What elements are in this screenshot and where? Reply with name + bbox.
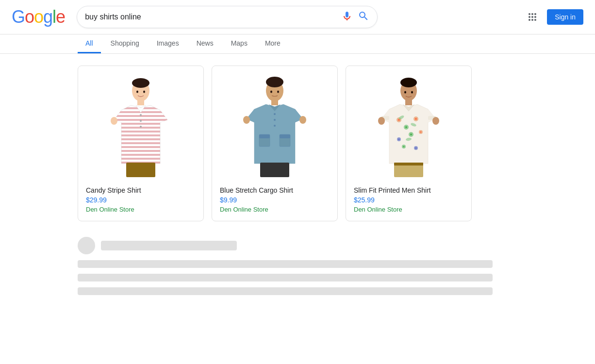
product-image-3 xyxy=(354,74,463,181)
product-3-price: $25.99 xyxy=(354,196,463,204)
sign-in-button[interactable]: Sign in xyxy=(547,9,583,25)
svg-point-6 xyxy=(140,120,142,122)
svg-point-13 xyxy=(266,77,283,87)
search-icons xyxy=(341,10,369,24)
svg-point-20 xyxy=(274,119,276,121)
tab-more[interactable]: More xyxy=(257,34,288,53)
svg-rect-17 xyxy=(259,134,270,138)
product-1-price: $29.99 xyxy=(86,196,196,204)
svg-point-25 xyxy=(270,91,272,93)
tab-images[interactable]: Images xyxy=(149,34,187,53)
svg-point-22 xyxy=(243,116,250,124)
skeleton-title xyxy=(101,241,237,250)
search-input[interactable]: buy shirts online xyxy=(85,13,335,21)
svg-point-7 xyxy=(140,126,142,128)
svg-point-55 xyxy=(404,91,406,94)
mic-icon[interactable] xyxy=(341,10,353,24)
svg-rect-24 xyxy=(260,163,289,177)
svg-point-51 xyxy=(378,117,385,125)
product-image-1 xyxy=(86,74,196,181)
header: G o o g l e buy shirts online xyxy=(0,0,595,34)
search-bar[interactable]: buy shirts online xyxy=(77,6,378,28)
svg-point-10 xyxy=(136,91,138,93)
svg-point-33 xyxy=(405,126,407,128)
svg-point-21 xyxy=(274,125,276,127)
svg-point-26 xyxy=(277,91,279,93)
svg-point-43 xyxy=(403,146,405,148)
skeleton-loading xyxy=(78,237,517,295)
header-right: Sign in xyxy=(524,8,583,26)
tab-all[interactable]: All xyxy=(78,34,101,53)
tab-shopping[interactable]: Shopping xyxy=(103,34,147,53)
logo-o1: o xyxy=(25,7,34,27)
printed-shirt-svg xyxy=(375,76,443,178)
product-card-3[interactable]: Slim Fit Printed Men Shirt $25.99 Den On… xyxy=(346,66,472,221)
product-1-store: Den Online Store xyxy=(86,206,196,213)
svg-point-35 xyxy=(415,118,417,120)
logo-e: e xyxy=(56,7,65,27)
skeleton-row-1 xyxy=(78,237,517,254)
blue-cargo-shirt-svg xyxy=(241,76,309,178)
svg-rect-2 xyxy=(137,99,144,105)
product-card-1[interactable]: Candy Stripe Shirt $29.99 Den Online Sto… xyxy=(78,66,204,221)
tab-news[interactable]: News xyxy=(189,34,221,53)
svg-point-39 xyxy=(398,139,400,140)
product-3-store: Den Online Store xyxy=(354,206,463,213)
svg-point-19 xyxy=(274,113,276,115)
skeleton-line-3 xyxy=(78,287,493,295)
svg-rect-54 xyxy=(394,163,423,165)
google-apps-icon[interactable] xyxy=(524,8,541,26)
search-icon[interactable] xyxy=(358,10,369,24)
product-2-name: Blue Stretch Cargo Shirt xyxy=(220,186,330,194)
google-logo: G o o g l e xyxy=(12,7,65,27)
svg-rect-14 xyxy=(271,99,278,105)
product-2-store: Den Online Store xyxy=(220,206,330,213)
logo-o2: o xyxy=(34,7,43,27)
svg-point-56 xyxy=(411,91,413,94)
nav-tabs: All Shopping Images News Maps More xyxy=(0,34,595,54)
logo-g: G xyxy=(12,7,25,27)
svg-point-11 xyxy=(143,91,145,93)
skeleton-line-2 xyxy=(78,274,493,281)
product-2-price: $9.99 xyxy=(220,196,330,204)
skeleton-line-1 xyxy=(78,260,493,268)
product-1-name: Candy Stripe Shirt xyxy=(86,186,196,194)
svg-point-52 xyxy=(432,117,439,125)
svg-point-28 xyxy=(400,78,417,87)
svg-point-5 xyxy=(140,114,142,116)
candy-stripe-shirt-svg xyxy=(107,76,175,178)
svg-point-41 xyxy=(420,132,422,133)
svg-rect-9 xyxy=(126,163,155,177)
svg-rect-29 xyxy=(405,99,412,105)
main-content: Candy Stripe Shirt $29.99 Den Online Sto… xyxy=(0,54,595,307)
product-grid: Candy Stripe Shirt $29.99 Den Online Sto… xyxy=(78,66,517,221)
skeleton-avatar xyxy=(78,237,95,254)
svg-point-1 xyxy=(132,78,149,88)
product-3-name: Slim Fit Printed Men Shirt xyxy=(354,186,463,194)
svg-point-23 xyxy=(299,116,306,124)
svg-point-37 xyxy=(410,133,412,135)
svg-point-45 xyxy=(415,148,417,149)
product-image-2 xyxy=(220,74,330,181)
tab-maps[interactable]: Maps xyxy=(223,34,255,53)
logo-g2: g xyxy=(43,7,52,27)
svg-rect-18 xyxy=(280,134,290,138)
product-card-2[interactable]: Blue Stretch Cargo Shirt $9.99 Den Onlin… xyxy=(212,66,338,221)
logo-l: l xyxy=(52,7,56,27)
svg-point-8 xyxy=(111,117,117,125)
